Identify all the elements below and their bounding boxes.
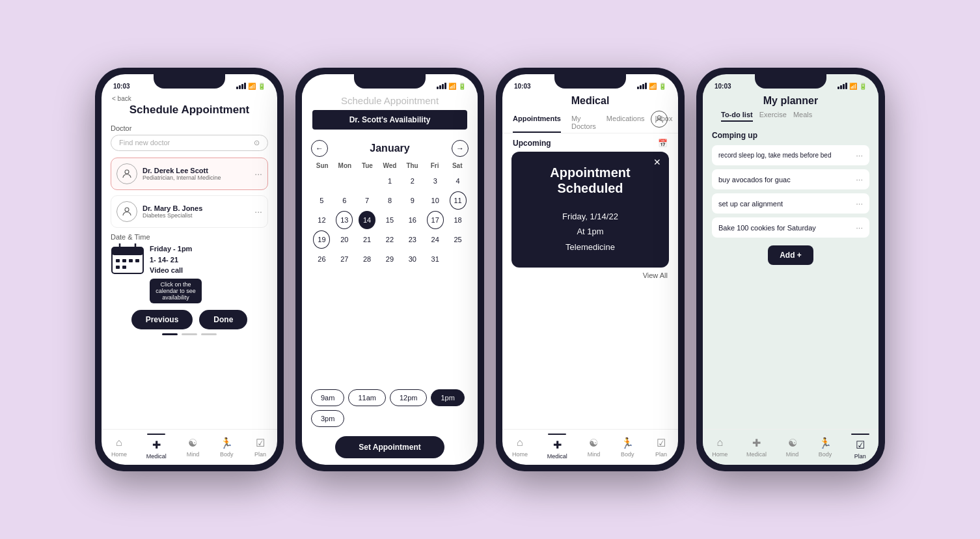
nav-home-3[interactable]: ⌂ Home [512,435,528,458]
nav-mind-1[interactable]: ☯ Mind [185,435,200,458]
close-button[interactable]: ✕ [653,157,661,167]
tab-my-doctors[interactable]: My Doctors [571,115,596,133]
cal-day-17[interactable]: 17 [427,211,444,229]
battery-icon-3: 🔋 [659,83,666,90]
tab-todo[interactable]: To-do list [721,111,753,122]
todo-more-4[interactable]: ··· [856,223,863,232]
home-icon-1: ⌂ [112,435,126,450]
status-icons-3: 📶 🔋 [637,83,666,90]
cal-day[interactable]: 31 [427,250,444,268]
time-slot-11am[interactable]: 11am [348,389,386,406]
cal-day-11[interactable]: 11 [450,191,467,210]
time-slot-9am[interactable]: 9am [311,389,344,406]
cal-day[interactable]: 23 [404,230,421,249]
mind-icon-1: ☯ [185,435,200,450]
cal-day[interactable]: 5 [313,191,330,210]
battery-icon-1: 🔋 [258,83,265,90]
cal-day[interactable]: 10 [427,191,444,210]
time-slot-3pm[interactable]: 3pm [311,410,344,427]
nav-medical-1[interactable]: ✚ Medical [146,434,167,460]
doctor-more-icon-2[interactable]: ··· [254,206,262,217]
nav-plan-1[interactable]: ☑ Plan [253,435,267,458]
cal-day[interactable]: 1 [381,172,398,190]
todo-more-3[interactable]: ··· [856,199,863,208]
cal-day-14[interactable]: 14 [359,211,375,229]
cal-day[interactable] [359,172,375,190]
cal-day[interactable]: 26 [313,250,330,268]
cal-day[interactable] [313,172,330,190]
todo-item-3: set up car alignment ··· [712,193,869,214]
appt-time: At 1pm [522,224,659,239]
page-title-4: My planner [713,95,868,107]
profile-avatar[interactable] [651,111,668,128]
view-all[interactable]: View All [502,268,678,279]
cal-day[interactable]: 24 [427,230,444,249]
cal-day-19[interactable]: 19 [313,230,330,249]
svg-rect-3 [112,247,143,255]
cal-day[interactable]: 15 [381,211,398,229]
cal-day[interactable]: 16 [404,211,421,229]
nav-home-1[interactable]: ⌂ Home [111,435,127,458]
nav-body-3[interactable]: 🏃 Body [620,435,634,458]
calendar-icon[interactable] [111,243,144,275]
wifi-icon-2: 📶 [448,83,456,90]
cal-day[interactable]: 18 [450,211,467,229]
cal-day[interactable]: 21 [359,230,375,249]
nav-home-4[interactable]: ⌂ Home [712,435,728,458]
nav-medical-3[interactable]: ✚ Medical [547,434,567,460]
cal-day[interactable]: 29 [381,250,398,268]
doctor-more-icon-1[interactable]: ··· [254,169,262,179]
time-slot-1pm[interactable]: 1pm [431,389,464,406]
tab-exercise[interactable]: Exercise [759,111,787,122]
done-button[interactable]: Done [199,310,247,329]
nav-body-4[interactable]: 🏃 Body [818,435,832,458]
nav-plan-3[interactable]: ☑ Plan [654,435,668,458]
set-appointment-button[interactable]: Set Appointment [335,436,444,458]
doctor-card-2[interactable]: Dr. Mary B. Jones Diabetes Specialist ··… [111,195,268,228]
medical-icon-1: ✚ [149,437,163,452]
nav-plan-4[interactable]: ☑ Plan [851,434,869,460]
todo-more-2[interactable]: ··· [856,174,863,184]
find-doctor-input[interactable]: Find new doctor ⊙ [111,135,268,151]
cal-day[interactable] [336,172,353,190]
cal-day[interactable]: 12 [313,211,330,229]
cal-day[interactable]: 28 [359,250,375,268]
todo-text-4: Bake 100 cookies for Saturday [718,224,816,232]
cal-day[interactable]: 4 [450,172,467,190]
nav-body-1[interactable]: 🏃 Body [219,435,234,458]
phone1: 10:03 📶 🔋 < back Schedule Appointment [95,68,284,471]
home-icon-3: ⌂ [513,435,527,450]
cal-day[interactable]: 8 [381,191,398,210]
doctor-card-1[interactable]: Dr. Derek Lee Scott Pediatrician, Intern… [111,158,268,190]
cal-day[interactable]: 7 [359,191,375,210]
tab-medications[interactable]: Medications [606,115,645,133]
tab-meals[interactable]: Meals [793,111,812,122]
todo-item-2: buy avocados for guac ··· [712,169,869,189]
plan-icon-4: ☑ [853,437,867,452]
nav-medical-4[interactable]: ✚ Medical [746,435,767,458]
datetime-text: Friday - 1pm1- 14- 21Video call [150,243,202,276]
back-link[interactable]: < back [112,95,267,102]
cal-day[interactable]: 9 [404,191,421,210]
tab-appointments[interactable]: Appointments [513,115,561,133]
cal-day[interactable]: 20 [336,230,353,249]
prev-month-btn[interactable]: ← [311,140,328,157]
cal-day[interactable]: 2 [404,172,421,190]
todo-more-1[interactable]: ··· [856,150,863,160]
time-slot-12pm[interactable]: 12pm [390,389,428,406]
next-month-btn[interactable]: → [452,140,469,157]
cal-day[interactable]: 3 [427,172,444,190]
nav-mind-4[interactable]: ☯ Mind [785,435,800,458]
previous-button[interactable]: Previous [131,310,193,329]
cal-day[interactable]: 27 [336,250,353,268]
cal-day-13[interactable]: 13 [336,211,353,229]
cal-day[interactable]: 6 [336,191,353,210]
cal-day[interactable]: 25 [450,230,467,249]
cal-day[interactable] [450,250,467,268]
nav-mind-3[interactable]: ☯ Mind [586,435,601,458]
cal-day[interactable]: 30 [404,250,421,268]
battery-icon-2: 🔋 [458,83,466,90]
todo-text-2: buy avocados for guac [718,176,791,184]
add-button[interactable]: Add + [768,245,813,265]
cal-day[interactable]: 22 [381,230,398,249]
